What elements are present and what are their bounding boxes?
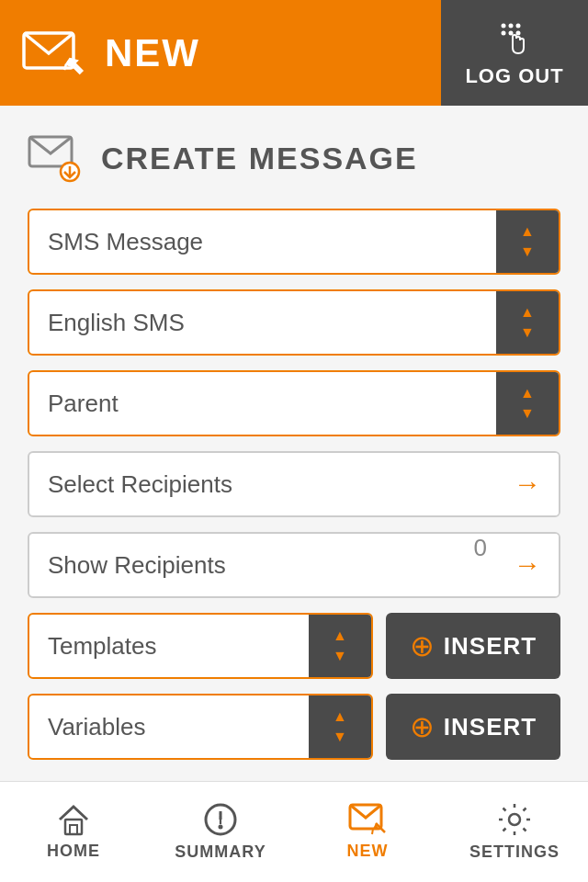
variables-insert-label: INSERT — [444, 713, 537, 741]
variables-arrow-btn[interactable] — [309, 695, 371, 758]
show-recipients-btn[interactable]: Show Recipients 0 → — [28, 532, 560, 598]
message-type-arrow-btn[interactable] — [496, 210, 559, 273]
nav-new[interactable]: NEW — [294, 782, 441, 882]
nav-summary-label: SUMMARY — [175, 842, 266, 862]
arrow-down-icon-2 — [520, 324, 535, 341]
nav-home[interactable]: HOME — [0, 782, 147, 882]
insert-plus-icon-2: ⊕ — [410, 712, 435, 741]
templates-arrow-btn[interactable] — [309, 615, 371, 677]
svg-point-7 — [509, 23, 514, 28]
updown-arrows-3 — [520, 385, 535, 422]
nav-settings-label: SETTINGS — [469, 842, 560, 862]
arrow-down-icon-5 — [333, 729, 347, 745]
updown-arrows-2 — [520, 304, 535, 341]
select-recipients-row: Select Recipients → — [28, 451, 560, 517]
language-arrow-btn[interactable] — [496, 291, 559, 354]
arrow-right-icon-2: → — [514, 549, 541, 581]
templates-select[interactable]: Templates — [28, 613, 373, 679]
section-heading: CREATE MESSAGE — [28, 133, 560, 183]
nav-settings[interactable]: SETTINGS — [441, 782, 588, 882]
templates-label: Templates — [29, 615, 309, 677]
arrow-down-icon — [520, 243, 535, 260]
arrow-down-icon-3 — [520, 405, 535, 422]
show-recipients-arrow[interactable]: → — [496, 534, 559, 596]
nav-home-label: HOME — [47, 842, 100, 861]
settings-icon — [497, 802, 532, 837]
logout-icon — [494, 18, 535, 59]
arrow-up-icon-2 — [520, 304, 535, 321]
nav-new-label: NEW — [347, 842, 389, 861]
updown-arrows — [520, 223, 535, 260]
select-recipients-label: Select Recipients — [29, 453, 496, 515]
show-recipients-label: Show Recipients — [29, 534, 474, 596]
section-title: CREATE MESSAGE — [101, 141, 418, 176]
arrow-up-icon — [520, 223, 535, 240]
message-type-select[interactable]: SMS Message — [28, 209, 560, 275]
updown-arrows-4 — [333, 628, 347, 664]
message-type-row: SMS Message — [28, 209, 560, 275]
show-recipients-row: Show Recipients 0 → — [28, 532, 560, 598]
svg-rect-15 — [65, 820, 82, 834]
new-icon-nav — [348, 803, 387, 836]
create-message-icon — [28, 133, 83, 183]
arrow-down-icon-4 — [333, 648, 347, 664]
select-recipients-arrow[interactable]: → — [496, 453, 559, 515]
logout-button[interactable]: LOG OUT — [441, 0, 588, 106]
arrow-up-icon-3 — [520, 385, 535, 401]
svg-point-6 — [502, 23, 506, 28]
nav-summary[interactable]: i SUMMARY — [147, 782, 294, 882]
insert-plus-icon: ⊕ — [410, 631, 435, 661]
variables-label: Variables — [29, 695, 309, 758]
svg-rect-16 — [70, 825, 77, 834]
main-content: CREATE MESSAGE SMS Message English SMS — [0, 106, 588, 781]
role-arrow-btn[interactable] — [496, 372, 559, 435]
home-icon — [56, 803, 91, 836]
new-message-icon — [22, 26, 86, 81]
language-row: English SMS — [28, 289, 560, 356]
language-select[interactable]: English SMS — [28, 289, 560, 356]
arrow-right-icon: → — [514, 469, 541, 500]
variables-select[interactable]: Variables — [28, 694, 373, 760]
arrow-up-icon-5 — [333, 708, 347, 725]
select-recipients-btn[interactable]: Select Recipients → — [28, 451, 560, 517]
header-left: NEW — [0, 0, 441, 106]
recipients-count: 0 — [474, 534, 496, 596]
role-select[interactable]: Parent — [28, 370, 560, 436]
svg-point-25 — [509, 814, 520, 825]
templates-row: Templates ⊕ INSERT — [28, 613, 560, 679]
app-header: NEW LOG OUT — [0, 0, 588, 106]
svg-point-9 — [502, 30, 506, 35]
header-title: NEW — [105, 31, 200, 75]
variables-row: Variables ⊕ INSERT — [28, 694, 560, 760]
svg-point-8 — [516, 23, 521, 28]
role-label: Parent — [29, 372, 496, 435]
updown-arrows-5 — [333, 708, 347, 745]
bottom-navigation: HOME i SUMMARY NEW SETTINGS — [0, 781, 588, 882]
templates-insert-button[interactable]: ⊕ INSERT — [386, 613, 560, 679]
message-type-label: SMS Message — [29, 210, 496, 273]
templates-insert-label: INSERT — [444, 632, 537, 661]
role-row: Parent — [28, 370, 560, 436]
variables-insert-button[interactable]: ⊕ INSERT — [386, 694, 560, 760]
arrow-up-icon-4 — [333, 628, 347, 644]
logout-label: LOG OUT — [465, 64, 563, 88]
svg-line-24 — [372, 829, 373, 834]
svg-text:i: i — [219, 811, 222, 827]
summary-icon: i — [203, 802, 238, 837]
language-label: English SMS — [29, 291, 496, 354]
